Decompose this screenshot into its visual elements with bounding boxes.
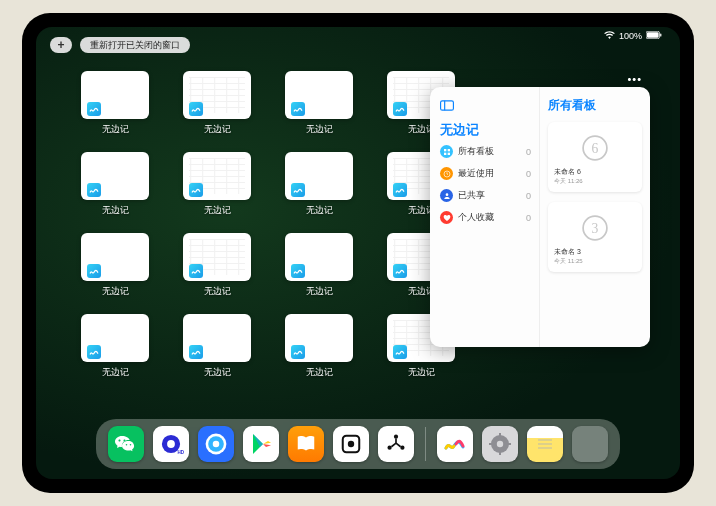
sidebar-item[interactable]: 所有看板0 xyxy=(440,145,531,158)
people-icon xyxy=(440,189,453,202)
dock-app-folder[interactable] xyxy=(572,426,608,462)
sidebar-item[interactable]: 最近使用0 xyxy=(440,167,531,180)
board-timestamp: 今天 11:25 xyxy=(554,257,636,266)
battery-icon xyxy=(646,31,662,41)
board-thumbnail: 6 xyxy=(554,128,636,167)
svg-text:HD: HD xyxy=(178,450,185,455)
app-window-thumbnail[interactable]: 无边记 xyxy=(280,314,358,379)
dock-app-quark[interactable]: HD xyxy=(153,426,189,462)
app-window-thumbnail[interactable]: 无边记 xyxy=(76,314,154,379)
app-window-thumbnail[interactable]: 无边记 xyxy=(280,152,358,217)
svg-rect-3 xyxy=(441,101,454,110)
window-preview xyxy=(183,314,251,362)
app-label: 无边记 xyxy=(204,123,231,136)
freeform-app-icon xyxy=(291,345,305,359)
board-card[interactable]: 6未命名 6今天 11:26 xyxy=(548,122,642,192)
app-label: 无边记 xyxy=(306,123,333,136)
add-button[interactable]: + xyxy=(50,37,72,53)
svg-point-10 xyxy=(445,193,448,196)
app-label: 无边记 xyxy=(102,366,129,379)
board-name: 未命名 3 xyxy=(554,247,636,257)
window-preview xyxy=(285,314,353,362)
freeform-app-icon xyxy=(291,183,305,197)
dock-app-wechat[interactable] xyxy=(108,426,144,462)
sidebar-item-label: 最近使用 xyxy=(458,167,494,180)
svg-text:3: 3 xyxy=(592,221,599,236)
app-window-thumbnail[interactable]: 无边记 xyxy=(76,152,154,217)
svg-rect-1 xyxy=(647,32,659,38)
sidebar-item-label: 所有看板 xyxy=(458,145,494,158)
app-label: 无边记 xyxy=(306,366,333,379)
freeform-app-icon xyxy=(393,345,407,359)
wifi-icon xyxy=(604,31,615,41)
freeform-app-icon xyxy=(87,345,101,359)
freeform-app-icon xyxy=(189,345,203,359)
device-frame: 100% + 重新打开已关闭的窗口 无边记无边记无边记无边记无边记无边记无边记无… xyxy=(0,0,716,506)
sidebar-item-label: 已共享 xyxy=(458,189,485,202)
freeform-app-icon xyxy=(189,183,203,197)
freeform-panel[interactable]: ••• 无边记 所有看板0最近使用0已共享0个人收藏0 所有看板 6未命名 6今… xyxy=(430,87,650,347)
app-window-thumbnail[interactable]: 无边记 xyxy=(76,233,154,298)
freeform-app-icon xyxy=(393,264,407,278)
screen: 100% + 重新打开已关闭的窗口 无边记无边记无边记无边记无边记无边记无边记无… xyxy=(36,27,680,479)
panel-more-icon[interactable]: ••• xyxy=(627,73,642,85)
freeform-app-icon xyxy=(189,264,203,278)
svg-point-20 xyxy=(213,441,220,448)
battery-percent: 100% xyxy=(619,31,642,41)
sidebar-item[interactable]: 个人收藏0 xyxy=(440,211,531,224)
dock-separator xyxy=(425,427,426,461)
app-window-thumbnail[interactable]: 无边记 xyxy=(280,71,358,136)
window-preview xyxy=(183,152,251,200)
panel-boards: 所有看板 6未命名 6今天 11:263未命名 3今天 11:25 xyxy=(540,87,650,347)
board-thumbnail: 3 xyxy=(554,208,636,247)
window-preview xyxy=(183,233,251,281)
sidebar-item-label: 个人收藏 xyxy=(458,211,494,224)
sidebar-item-count: 0 xyxy=(526,213,531,223)
window-preview xyxy=(81,233,149,281)
freeform-app-icon xyxy=(87,264,101,278)
dock-app-books[interactable] xyxy=(288,426,324,462)
app-window-thumbnail[interactable]: 无边记 xyxy=(76,71,154,136)
dock-app-qqbrowser[interactable] xyxy=(198,426,234,462)
sidebar-item-count: 0 xyxy=(526,191,531,201)
grid-icon xyxy=(440,145,453,158)
app-label: 无边记 xyxy=(408,366,435,379)
window-preview xyxy=(81,71,149,119)
dock-app-notes[interactable] xyxy=(527,426,563,462)
freeform-app-icon xyxy=(393,183,407,197)
freeform-app-icon xyxy=(87,102,101,116)
app-window-thumbnail[interactable]: 无边记 xyxy=(280,233,358,298)
app-label: 无边记 xyxy=(204,285,231,298)
app-label: 无边记 xyxy=(204,366,231,379)
app-label: 无边记 xyxy=(204,204,231,217)
dock-app-settings[interactable] xyxy=(482,426,518,462)
svg-text:6: 6 xyxy=(592,141,599,156)
board-card[interactable]: 3未命名 3今天 11:25 xyxy=(548,202,642,272)
panel-title: 无边记 xyxy=(440,121,531,139)
window-preview xyxy=(81,152,149,200)
app-window-thumbnail[interactable]: 无边记 xyxy=(178,233,256,298)
svg-point-22 xyxy=(348,441,354,447)
sidebar-toggle-icon[interactable] xyxy=(440,97,454,115)
app-window-thumbnail[interactable]: 无边记 xyxy=(178,314,256,379)
reopen-closed-window-pill[interactable]: 重新打开已关闭的窗口 xyxy=(80,37,190,53)
panel-sidebar: 无边记 所有看板0最近使用0已共享0个人收藏0 xyxy=(430,87,540,347)
window-preview xyxy=(285,152,353,200)
svg-rect-6 xyxy=(447,149,449,151)
svg-rect-7 xyxy=(444,152,446,154)
app-window-thumbnail[interactable]: 无边记 xyxy=(178,152,256,217)
dock-app-hub[interactable] xyxy=(378,426,414,462)
freeform-app-icon xyxy=(291,264,305,278)
svg-point-27 xyxy=(497,441,503,447)
freeform-app-icon xyxy=(189,102,203,116)
board-timestamp: 今天 11:26 xyxy=(554,177,636,186)
dock-app-freeform[interactable] xyxy=(437,426,473,462)
sidebar-item-count: 0 xyxy=(526,147,531,157)
dock-app-play[interactable] xyxy=(243,426,279,462)
sidebar-item[interactable]: 已共享0 xyxy=(440,189,531,202)
freeform-app-icon xyxy=(87,183,101,197)
dock: HD xyxy=(96,419,620,469)
svg-rect-8 xyxy=(447,152,449,154)
dock-app-screens[interactable] xyxy=(333,426,369,462)
app-window-thumbnail[interactable]: 无边记 xyxy=(178,71,256,136)
